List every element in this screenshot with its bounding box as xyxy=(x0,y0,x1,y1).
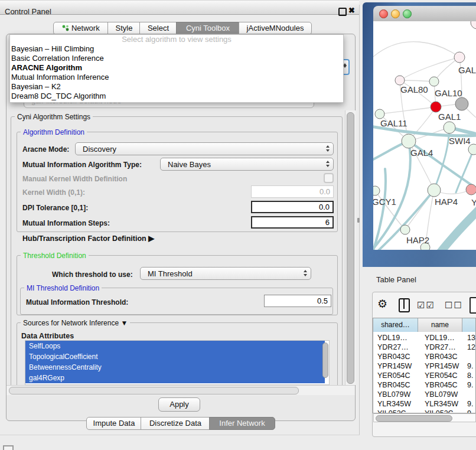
algorithm-dropdown-list: Select algorithm to view settings Bayesi… xyxy=(9,34,344,103)
cutoff-button[interactable] xyxy=(3,445,14,450)
control-panel-title: Control Panel xyxy=(5,7,51,16)
close-icon[interactable]: ✖ xyxy=(348,6,355,15)
tab-select[interactable]: Select xyxy=(139,22,177,35)
tab-discretize-data[interactable]: Discretize Data xyxy=(141,417,210,430)
tab-cyni-toolbox[interactable]: Cyni Toolbox xyxy=(176,22,240,35)
settings-hscrollbar-track[interactable] xyxy=(6,385,355,395)
table-hscrollbar-track[interactable] xyxy=(373,413,476,422)
tab-jactivemnodules[interactable]: jActiveMNodules xyxy=(239,22,312,35)
table-row[interactable]: YLR345WYLR345W9. xyxy=(373,399,476,409)
list-item[interactable]: SelfLoops xyxy=(25,341,325,351)
node-swi4[interactable] xyxy=(444,122,455,133)
zoom-traffic-light[interactable] xyxy=(403,9,412,18)
node-label: GAL10 xyxy=(435,88,462,98)
aracne-mode-value: Discovery xyxy=(83,145,116,154)
node-gal80[interactable] xyxy=(395,76,405,85)
node-gal11[interactable] xyxy=(375,109,384,119)
column-header-shared-name[interactable]: shared… xyxy=(373,318,418,332)
list-item[interactable]: BetweennessCentrality xyxy=(25,362,325,373)
cell: 12 xyxy=(467,343,475,353)
node-gal10[interactable] xyxy=(429,77,439,86)
aracne-mode-combo[interactable]: Discovery xyxy=(75,142,334,155)
data-attributes-list: SelfLoops TopologicalCoefficient Between… xyxy=(25,340,330,385)
node-gcy1[interactable] xyxy=(373,186,380,195)
settings-vscrollbar-track[interactable] xyxy=(345,110,356,385)
splitter-handle[interactable] xyxy=(357,218,360,223)
node-gal4[interactable] xyxy=(402,134,416,148)
kernel-width-label: Kernel Width (0,1): xyxy=(22,188,85,197)
table-hscrollbar-thumb[interactable] xyxy=(376,415,452,422)
close-traffic-light[interactable] xyxy=(379,9,388,18)
dropdown-item-highlighted[interactable]: ARACNE Algorithm xyxy=(10,63,343,73)
node-label: HAP4 xyxy=(435,197,458,207)
mi-threshold-label: Mutual Information Threshold: xyxy=(26,298,128,306)
dropdown-item[interactable]: Mutual Information Inference xyxy=(10,73,343,82)
tab-infer-network[interactable]: Infer Network xyxy=(209,417,275,430)
columns-icon[interactable] xyxy=(399,298,410,312)
table-row[interactable]: YBL079WYBL079W xyxy=(373,390,476,400)
node-gal1-red[interactable] xyxy=(431,102,441,112)
node-selected-gray[interactable] xyxy=(455,97,468,110)
hub-section-toggle[interactable]: Hub/Transcription Factor Definition ▶ xyxy=(22,234,154,243)
table-row[interactable]: YBR043CYBR043C xyxy=(373,352,476,362)
dropdown-item[interactable]: Bayesian – K2 xyxy=(10,82,343,92)
table-row[interactable]: YDR27…YDR27…12 xyxy=(373,343,476,353)
page-icon[interactable] xyxy=(470,297,476,314)
cell: YDL19… xyxy=(377,333,407,343)
manual-kernel-checkbox xyxy=(324,173,334,183)
table-panel-title: Table Panel xyxy=(376,275,416,284)
dropdown-item[interactable]: Basic Correlation Inference xyxy=(10,54,343,63)
cell: 9 xyxy=(467,409,471,413)
list-scrollbar[interactable] xyxy=(322,343,328,378)
dpi-tolerance-field[interactable]: 0.0 xyxy=(251,201,334,213)
table-row[interactable]: YBR045CYBR045C9. xyxy=(373,380,476,390)
settings-hscrollbar-thumb[interactable] xyxy=(9,387,299,394)
chevron-updown-icon xyxy=(326,161,330,167)
settings-vscrollbar-thumb[interactable] xyxy=(347,112,354,384)
which-threshold-value: MI Threshold xyxy=(148,269,193,278)
hub-section-label: Hub/Transcription Factor Definition xyxy=(22,234,146,243)
node[interactable] xyxy=(466,184,476,195)
node[interactable] xyxy=(471,21,476,29)
float-window-icon[interactable] xyxy=(338,8,347,16)
mi-threshold-field[interactable]: 0.5 xyxy=(264,295,331,307)
network-canvas[interactable]: GAL GAL80 GAL10 GAL1 GAL11 SWI4 GAL4 GCY… xyxy=(373,21,476,250)
minimize-traffic-light[interactable] xyxy=(391,9,400,18)
tab-network[interactable]: Network xyxy=(53,22,109,35)
data-attributes-label: Data Attributes xyxy=(21,332,74,340)
column-header-cut[interactable] xyxy=(462,318,476,332)
table-row[interactable]: YIL052CYIL052C9 xyxy=(373,409,476,413)
table-row[interactable]: YER054CYER054C8. xyxy=(373,371,476,381)
tab-impute-data[interactable]: Impute Data xyxy=(86,417,142,430)
checkbox-unchecked-icons[interactable]: ☐☐ xyxy=(445,300,463,311)
mi-type-combo[interactable]: Naive Bayes xyxy=(160,158,334,171)
node-hap4[interactable] xyxy=(428,184,441,197)
apply-button[interactable]: Apply xyxy=(158,397,200,412)
which-threshold-combo[interactable]: MI Threshold xyxy=(140,267,311,280)
list-item[interactable]: gal4RGexp xyxy=(25,373,325,383)
tab-style[interactable]: Style xyxy=(107,22,141,35)
node[interactable] xyxy=(454,52,465,63)
manual-kernel-label: Manual Kernel Width Definition xyxy=(22,175,127,183)
network-icon xyxy=(62,25,69,31)
table-row[interactable]: YPR145WYPR145W9. xyxy=(373,361,476,371)
checkbox-checked-icons[interactable]: ☑☑ xyxy=(417,300,435,311)
chevron-right-icon: ▶ xyxy=(148,234,154,243)
dropdown-item[interactable]: Dream8 DC_TDC Algorithm xyxy=(10,92,343,101)
column-header-name[interactable]: name xyxy=(418,318,462,332)
sources-toggle[interactable]: Sources for Network Inference ▼ xyxy=(21,319,130,327)
table-row[interactable]: YDL19…YDL19…13 xyxy=(373,333,476,343)
table-rows: YDL19…YDL19…13 YDR27…YDR27…12 YBR043CYBR… xyxy=(373,332,476,413)
control-panel-titlebar xyxy=(0,0,359,15)
mi-type-value: Naive Bayes xyxy=(168,160,211,169)
network-window-titlebar[interactable] xyxy=(373,6,476,22)
mi-steps-field[interactable]: 6 xyxy=(251,216,334,229)
gear-icon[interactable]: ⚙ xyxy=(377,297,387,311)
node-hap2[interactable] xyxy=(400,225,410,234)
dropdown-item[interactable]: Bayesian – Hill Climbing xyxy=(10,44,343,54)
cell: YIL052C xyxy=(425,409,454,413)
screen: Control Panel ✖ Network Style Select Cyn… xyxy=(0,0,476,450)
threshold-definition-title: Threshold Definition xyxy=(21,252,89,260)
node-label: GAL80 xyxy=(400,84,428,94)
list-item[interactable]: TopologicalCoefficient xyxy=(25,351,325,362)
